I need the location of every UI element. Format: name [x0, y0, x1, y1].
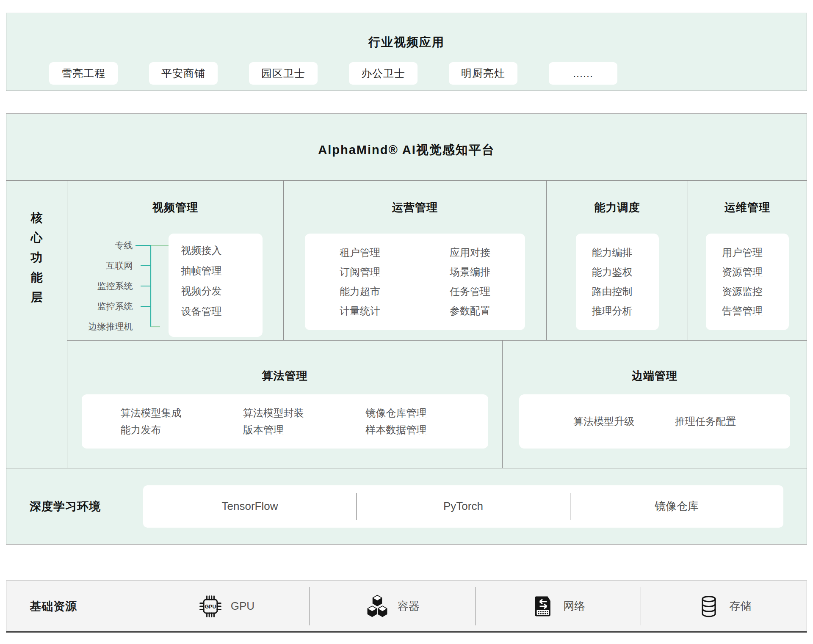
- maintenance-item: 告警管理: [722, 301, 789, 321]
- section-title: 算法管理: [67, 369, 502, 383]
- app-chip: 明厨亮灶: [449, 62, 517, 85]
- gpu-chip-icon-text: GPU: [205, 603, 216, 609]
- capability-item: 路由控制: [592, 282, 659, 301]
- capability-item: 推理分析: [592, 301, 659, 321]
- operations-item: 订阅管理: [305, 262, 415, 282]
- operations-item: 参数配置: [415, 301, 525, 321]
- platform-panel: AlphaMind® AI视觉感知平台 核心功能层 视频管理 专线 互联网: [6, 113, 807, 545]
- maintenance-item: 资源监控: [722, 282, 789, 301]
- capability-item: 能力鉴权: [592, 262, 659, 282]
- maintenance-item: 用户管理: [722, 243, 789, 262]
- infra-item-network: 网络: [475, 581, 641, 631]
- deep-learning-bar: TensorFlow PyTorch 镜像仓库: [143, 485, 783, 528]
- capability-box: 能力编排 能力鉴权 路由控制 推理分析: [576, 234, 659, 330]
- algorithm-item: 样本数据管理: [365, 421, 488, 438]
- algorithm-item: 算法模型集成: [121, 405, 243, 421]
- infra-item-storage: 存储: [641, 581, 807, 631]
- operations-item: 计量统计: [305, 301, 415, 321]
- maintenance-item: 资源管理: [722, 262, 789, 282]
- section-algorithm-management: 算法管理 算法模型集成 算法模型封装 镜像仓库管理 能力发布 版本管理 样本数据…: [67, 341, 503, 468]
- gpu-chip-icon: GPU: [198, 594, 223, 619]
- video-source: 边缘推理机: [88, 316, 133, 337]
- core-layer-label: 核心功能层: [30, 208, 44, 468]
- video-function: 设备管理: [181, 301, 263, 322]
- infra-item-label: 存储: [729, 599, 751, 614]
- section-operations-management: 运营管理 租户管理 应用对接 订阅管理 场景编排 能力超市 任务管理 计量统计 …: [284, 181, 547, 340]
- platform-body: 核心功能层 视频管理 专线 互联网 监控系统 监控系统: [6, 180, 807, 544]
- core-layer-strip: 核心功能层: [6, 181, 67, 468]
- video-source: 监控系统: [88, 296, 133, 316]
- algorithm-item: 能力发布: [121, 421, 243, 438]
- core-function-area: 核心功能层 视频管理 专线 互联网 监控系统 监控系统: [6, 181, 807, 468]
- section-capability-scheduling: 能力调度 能力编排 能力鉴权 路由控制 推理分析: [547, 181, 688, 340]
- infra-item-label: GPU: [231, 600, 254, 613]
- industry-apps-panel: 行业视频应用 雪亮工程 平安商铺 园区卫士 办公卫士 明厨亮灶 ......: [6, 13, 807, 91]
- dl-framework: 镜像仓库: [570, 485, 783, 528]
- edge-item: 算法模型升级: [573, 415, 634, 428]
- edge-item: 推理任务配置: [675, 415, 736, 428]
- infra-item-container: 容器: [309, 581, 475, 631]
- section-video-management: 视频管理 专线 互联网 监控系统 监控系统 边缘推理机: [67, 181, 284, 340]
- algorithm-item: 镜像仓库管理: [365, 405, 488, 421]
- maintenance-box: 用户管理 资源管理 资源监控 告警管理: [706, 234, 789, 330]
- video-function: 视频分发: [181, 281, 263, 301]
- platform-title: AlphaMind® AI视觉感知平台: [6, 114, 807, 180]
- operations-item: 能力超市: [305, 282, 415, 301]
- operations-box: 租户管理 应用对接 订阅管理 场景编排 能力超市 任务管理 计量统计 参数配置: [305, 234, 525, 330]
- app-chip: 办公卫士: [349, 62, 418, 85]
- video-management-content: 专线 互联网 监控系统 监控系统 边缘推理机: [67, 235, 283, 337]
- dl-framework: PyTorch: [357, 485, 570, 528]
- section-edge-management: 边端管理 算法模型升级 推理任务配置: [503, 341, 807, 468]
- app-chip: 平安商铺: [149, 62, 218, 85]
- app-chip-more: ......: [549, 62, 617, 85]
- algorithm-box: 算法模型集成 算法模型封装 镜像仓库管理 能力发布 版本管理 样本数据管理: [82, 394, 488, 449]
- video-source: 监控系统: [88, 276, 133, 296]
- container-boxes-icon: [365, 594, 390, 619]
- capability-item: 能力编排: [592, 243, 659, 262]
- infra-item-label: 网络: [563, 599, 585, 614]
- infra-item-gpu: GPU GPU: [143, 581, 309, 631]
- infrastructure-row: 基础资源 GPU GPU: [6, 581, 807, 631]
- algorithm-item: 算法模型封装: [243, 405, 365, 421]
- video-source-connector-lines: [136, 235, 169, 337]
- video-source: 互联网: [88, 256, 133, 276]
- operations-item: 任务管理: [415, 282, 525, 301]
- section-title: 能力调度: [547, 200, 688, 215]
- core-layer-content: 视频管理 专线 互联网 监控系统 监控系统 边缘推理机: [67, 181, 807, 468]
- section-ops-maintenance: 运维管理 用户管理 资源管理 资源监控 告警管理: [688, 181, 807, 340]
- operations-item: 应用对接: [415, 243, 525, 262]
- infrastructure-label: 基础资源: [30, 599, 143, 614]
- algorithm-item: 版本管理: [243, 421, 365, 438]
- infrastructure-panel: 基础资源 GPU GPU: [6, 581, 807, 633]
- video-functions-box: 视频接入 抽帧管理 视频分发 设备管理: [169, 234, 263, 337]
- section-title: 运营管理: [284, 200, 546, 215]
- video-source-list: 专线 互联网 监控系统 监控系统 边缘推理机: [88, 235, 133, 337]
- section-title: 边端管理: [503, 369, 807, 383]
- video-function: 抽帧管理: [181, 261, 263, 281]
- infra-item-label: 容器: [398, 599, 420, 614]
- operations-item: 场景编排: [415, 262, 525, 282]
- edge-box: 算法模型升级 推理任务配置: [519, 394, 790, 449]
- video-source: 专线: [88, 235, 133, 256]
- storage-database-icon: [696, 594, 722, 619]
- app-chip: 雪亮工程: [49, 62, 118, 85]
- app-chip: 园区卫士: [249, 62, 318, 85]
- network-switch-icon: [530, 594, 556, 619]
- deep-learning-label: 深度学习环境: [30, 499, 136, 514]
- video-function: 视频接入: [181, 240, 263, 261]
- section-title: 运维管理: [688, 200, 807, 215]
- industry-apps-row: 雪亮工程 平安商铺 园区卫士 办公卫士 明厨亮灶 ......: [6, 62, 807, 85]
- deep-learning-row: 深度学习环境 TensorFlow PyTorch 镜像仓库: [6, 468, 807, 544]
- dl-framework: TensorFlow: [143, 485, 357, 528]
- function-row-1: 视频管理 专线 互联网 监控系统 监控系统 边缘推理机: [67, 181, 807, 340]
- section-title: 视频管理: [67, 200, 283, 215]
- operations-item: 租户管理: [305, 243, 415, 262]
- function-row-2: 算法管理 算法模型集成 算法模型封装 镜像仓库管理 能力发布 版本管理 样本数据…: [67, 340, 807, 468]
- industry-apps-title: 行业视频应用: [6, 13, 807, 50]
